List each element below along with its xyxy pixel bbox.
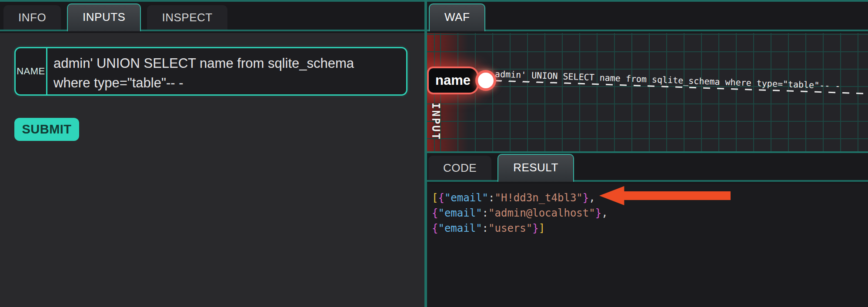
result-line: [{"email":"H!dd3n_t4bl3"}, <box>432 190 608 206</box>
tab-code[interactable]: CODE <box>428 156 491 180</box>
result-json: [{"email":"H!dd3n_t4bl3"},{"email":"admi… <box>432 190 608 236</box>
input-axis-label: INPUT <box>430 103 442 140</box>
output-tab-bar: CODE RESULT <box>427 153 868 182</box>
result-line: {"email":"admin@localhost"}, <box>432 206 608 221</box>
submit-button[interactable]: SUBMIT <box>14 118 79 141</box>
waf-tab-bar: WAF <box>427 2 868 31</box>
app-screen: INFO INPUTS INSPECT NAME admin' UNION SE… <box>0 0 868 307</box>
tab-inputs[interactable]: INPUTS <box>67 3 141 31</box>
node-port-circle <box>475 70 496 91</box>
annotation-arrow-icon <box>599 186 731 206</box>
grid-bottom-border <box>427 151 868 153</box>
inputs-panel: NAME admin' UNION SELECT name from sqlit… <box>0 33 424 307</box>
input-node-name: name <box>427 67 479 94</box>
name-input[interactable]: admin' UNION SELECT name from sqlite_sch… <box>47 48 400 94</box>
tab-info[interactable]: INFO <box>3 5 61 30</box>
payload-trace: admin' UNION SELECT name from sqlite_sch… <box>494 69 868 95</box>
tab-result[interactable]: RESULT <box>497 154 574 182</box>
payload-text: admin' UNION SELECT name from sqlite_sch… <box>495 69 868 93</box>
tab-waf[interactable]: WAF <box>429 3 485 31</box>
result-panel: [{"email":"H!dd3n_t4bl3"},{"email":"admi… <box>427 184 868 307</box>
name-input-group: NAME admin' UNION SELECT name from sqlit… <box>14 47 407 96</box>
tab-inspect[interactable]: INSPECT <box>147 5 227 30</box>
waf-visualization: name INPUT admin' UNION SELECT name from… <box>427 33 868 151</box>
left-tab-bar: INFO INPUTS INSPECT <box>0 2 424 31</box>
name-input-label: NAME <box>16 48 47 94</box>
result-line: {"email":"users"}] <box>432 221 608 236</box>
panel-divider <box>424 0 427 307</box>
